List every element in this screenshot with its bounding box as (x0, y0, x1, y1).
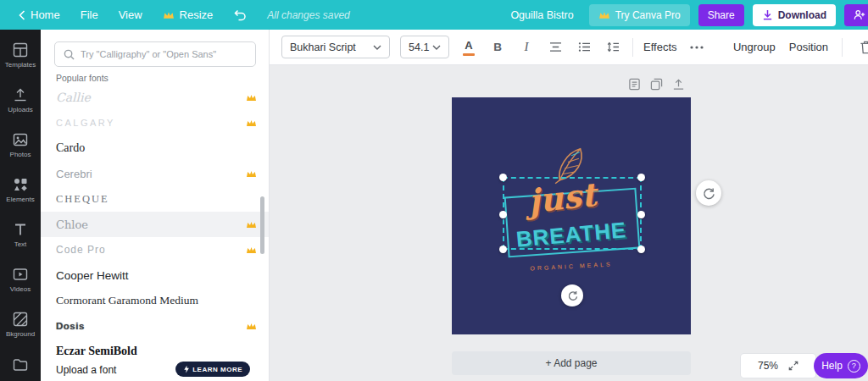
photos-icon (13, 132, 28, 147)
font-name: Eczar SemiBold (56, 345, 137, 358)
font-list-item[interactable]: Cerebri (41, 161, 269, 186)
sidebar-label: Templates (5, 61, 36, 69)
document-title[interactable]: Oguilla Bistro (510, 9, 573, 21)
sidebar-item-uploads[interactable]: Uploads (0, 78, 41, 123)
notes-icon[interactable] (628, 78, 641, 91)
sidebar-item-folder[interactable] (0, 349, 41, 381)
font-list-item-selected[interactable]: Chloe (41, 212, 269, 237)
text-color-button[interactable]: A (459, 36, 478, 58)
sidebar-label: Bkground (6, 330, 35, 338)
background-icon (13, 312, 28, 327)
folder-icon (13, 357, 28, 373)
videos-icon (13, 267, 28, 282)
help-button[interactable]: Help ? (814, 353, 868, 378)
rotate-handle[interactable] (561, 284, 583, 306)
font-list-item[interactable]: Cardo (41, 135, 269, 161)
canvas-refresh-button[interactable] (696, 180, 721, 206)
resize-label: Resize (180, 8, 214, 21)
view-menu[interactable]: View (108, 0, 153, 30)
font-list-item[interactable]: Cormorant Garamond Medium (41, 288, 269, 313)
selection-handle[interactable] (499, 211, 507, 218)
undo-icon (233, 9, 247, 21)
fonts-section-title: Popular fonts (56, 73, 108, 83)
sidebar: Templates Uploads Photos Elements Text V… (0, 30, 41, 381)
more-button[interactable] (687, 36, 706, 58)
add-page-button[interactable]: + Add page (452, 351, 691, 375)
upload-font-button[interactable]: Upload a font (56, 364, 116, 376)
sidebar-label: Videos (10, 285, 31, 293)
share-button[interactable]: Share (698, 4, 744, 26)
refresh-icon (703, 187, 715, 200)
position-button[interactable]: Position (789, 41, 828, 53)
search-icon (64, 49, 75, 60)
font-list-item[interactable]: Eczar SemiBold (41, 339, 269, 364)
view-label: View (119, 8, 142, 21)
home-button[interactable]: Home (8, 0, 70, 30)
font-list-item[interactable]: Code Pro (41, 237, 269, 262)
selection-handle[interactable] (499, 174, 507, 181)
elements-icon (13, 177, 28, 192)
selection-handle[interactable] (637, 211, 645, 218)
sidebar-item-text[interactable]: Text (0, 213, 41, 257)
canvas-area[interactable]: just BREATHE ORGANIC MEALS + Add page 75… (270, 65, 868, 381)
move-page-up-icon[interactable] (672, 78, 685, 91)
effects-button[interactable]: Effects (643, 41, 677, 53)
font-list-item[interactable]: Callie (41, 85, 269, 110)
selection-box[interactable] (503, 177, 642, 250)
sidebar-item-templates[interactable]: Templates (0, 33, 41, 78)
rotate-icon (567, 290, 578, 301)
expand-icon[interactable] (788, 361, 798, 371)
font-list-scrollbar[interactable] (260, 196, 264, 254)
bullet-list-icon (578, 41, 591, 52)
current-font-name: Bukhari Script (290, 41, 356, 53)
design-text-organic-meals[interactable]: ORGANIC MEALS (503, 260, 640, 273)
lightning-icon (183, 365, 189, 373)
font-name: Chloe (56, 218, 88, 231)
invite-button[interactable] (844, 4, 868, 26)
current-font-size: 54.1 (409, 41, 429, 53)
share-label: Share (708, 9, 735, 21)
back-chevron-icon (19, 10, 25, 20)
font-name: Cooper Hewitt (56, 269, 129, 282)
resize-button[interactable]: Resize (153, 0, 224, 30)
font-list: Callie CALGARY Cardo Cerebri CHEQUE Chlo… (41, 85, 269, 364)
try-canva-pro-button[interactable]: Try Canva Pro (589, 4, 690, 26)
sidebar-item-background[interactable]: Bkground (0, 302, 41, 347)
sidebar-item-videos[interactable]: Videos (0, 257, 41, 302)
font-list-item[interactable]: Cooper Hewitt (41, 262, 269, 288)
italic-button[interactable]: I (517, 36, 536, 58)
learn-more-badge[interactable]: LEARN MORE (175, 362, 250, 377)
text-align-button[interactable] (546, 36, 565, 58)
crown-icon (163, 11, 175, 19)
font-search-input[interactable] (81, 49, 247, 59)
zoom-level[interactable]: 75% (758, 360, 778, 372)
list-button[interactable] (575, 36, 593, 58)
font-name: Callie (56, 91, 91, 104)
duplicate-page-icon[interactable] (650, 78, 663, 91)
spacing-button[interactable] (604, 36, 622, 58)
font-list-item[interactable]: CHEQUE (41, 186, 269, 212)
file-menu[interactable]: File (70, 0, 108, 30)
font-list-item[interactable]: CALGARY (41, 110, 269, 135)
font-family-dropdown[interactable]: Bukhari Script (281, 36, 390, 58)
font-list-item[interactable]: Dosis (41, 313, 269, 339)
font-panel: Popular fonts Callie CALGARY Cardo Cereb… (41, 30, 270, 381)
delete-button[interactable] (856, 36, 868, 58)
undo-button[interactable] (223, 0, 257, 30)
selection-handle[interactable] (499, 246, 507, 253)
save-status: All changes saved (267, 9, 349, 21)
templates-icon (13, 42, 28, 58)
bold-button[interactable]: B (488, 36, 507, 58)
font-search-box[interactable] (54, 41, 256, 67)
sidebar-item-photos[interactable]: Photos (0, 123, 41, 168)
selection-handle[interactable] (637, 246, 645, 253)
ungroup-button[interactable]: Ungroup (733, 41, 776, 53)
text-icon (13, 222, 28, 237)
zoom-control[interactable]: 75% (741, 354, 815, 378)
font-size-dropdown[interactable]: 54.1 (400, 36, 449, 58)
download-button[interactable]: Download (753, 4, 836, 26)
align-center-icon (549, 41, 562, 52)
file-label: File (81, 8, 98, 21)
sidebar-item-elements[interactable]: Elements (0, 168, 41, 213)
selection-handle[interactable] (637, 174, 645, 181)
